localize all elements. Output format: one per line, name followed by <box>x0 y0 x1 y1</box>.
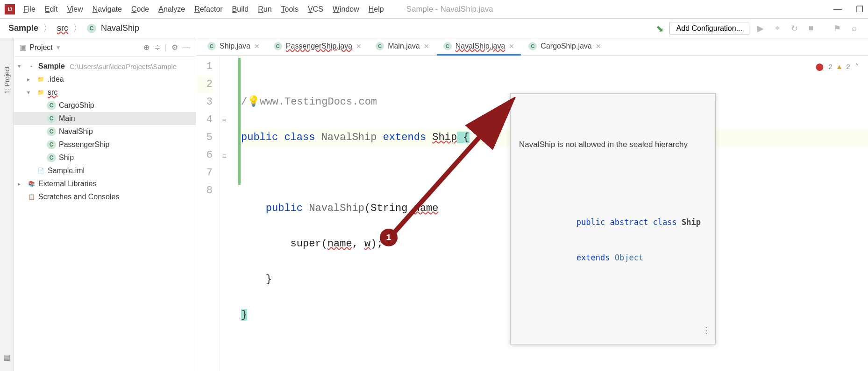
error-icon: ⬤ <box>816 59 824 77</box>
code-area[interactable]: /💡www.TestingDocs.com public class Naval… <box>238 56 868 371</box>
tree-class-ship[interactable]: CShip <box>14 151 196 164</box>
tab-ship[interactable]: CShip.java✕ <box>201 38 266 56</box>
window-title: Sample - NavalShip.java <box>406 5 493 14</box>
tab-passengership[interactable]: CPassengerShip.java✕ <box>267 38 368 56</box>
project-icon: ▣ <box>20 43 27 52</box>
flag-icon[interactable]: ⚑ <box>832 23 843 34</box>
tree-class-passengership[interactable]: CPassengerShip <box>14 138 196 151</box>
error-tooltip: NavalShip is not allowed in the sealed h… <box>510 93 716 344</box>
close-icon[interactable]: ✕ <box>254 42 260 50</box>
crumb-sep-icon: 〉 <box>73 22 82 35</box>
breadcrumb: Sample 〉 src 〉 C NavalShip <box>8 22 139 35</box>
chevron-down-icon: ▾ <box>27 89 34 96</box>
rail-project-label[interactable]: 1: Project <box>3 66 11 94</box>
class-icon: C <box>47 127 56 136</box>
build-icon[interactable]: ⬊ <box>656 23 664 34</box>
chevron-up-icon[interactable]: ˄ <box>855 59 859 77</box>
more-icon[interactable]: ⋮ <box>702 322 711 339</box>
coverage-icon[interactable]: ↻ <box>789 23 800 34</box>
line-gutter: 1 2 3 4 5 6 7 8 <box>196 56 220 371</box>
callout-number: 1 <box>380 229 398 246</box>
class-icon: C <box>274 42 282 50</box>
run-toolbar: ⬊ Add Configuration... ▶ ⌖ ↻ ■ ⚑ ⌕ <box>656 22 860 35</box>
class-icon: C <box>47 101 56 110</box>
menu-edit[interactable]: Edit <box>45 5 58 14</box>
menu-run[interactable]: Run <box>258 5 271 14</box>
tab-cargoship[interactable]: CCargoShip.java✕ <box>522 38 607 56</box>
menu-build[interactable]: Build <box>232 5 249 14</box>
expand-icon[interactable]: ≑ <box>154 43 160 52</box>
navigation-bar: Sample 〉 src 〉 C NavalShip ⬊ Add Configu… <box>0 19 868 38</box>
close-icon[interactable]: ✕ <box>424 42 429 50</box>
debug-icon[interactable]: ⌖ <box>772 23 783 33</box>
close-icon[interactable]: ✕ <box>509 42 514 50</box>
crumb-src[interactable]: src <box>57 23 68 33</box>
menu-window[interactable]: Window <box>333 5 359 14</box>
search-icon[interactable]: ⌕ <box>848 23 860 33</box>
class-icon: C <box>443 42 452 50</box>
class-icon: C <box>207 42 216 50</box>
problems-widget[interactable]: ⬤2 ▲2 ˄ <box>816 59 859 77</box>
crumb-file[interactable]: NavalShip <box>101 23 139 33</box>
minimize-icon[interactable]: — <box>833 4 842 14</box>
menu-refactor[interactable]: Refactor <box>194 5 222 14</box>
menu-view[interactable]: View <box>67 5 83 14</box>
tab-navalship[interactable]: CNavalShip.java✕ <box>437 38 521 56</box>
main-menu: File Edit View Navigate Code Analyze Ref… <box>23 5 384 14</box>
close-icon[interactable]: ✕ <box>596 42 601 50</box>
project-panel-header: ▣ Project ▼ ⊕ ≑ | ⚙ — <box>14 38 196 57</box>
class-icon: C <box>87 24 96 33</box>
tree-class-navalship[interactable]: CNavalShip <box>14 125 196 138</box>
tree-idea-folder[interactable]: ▸ 📁 .idea <box>14 73 196 86</box>
fold-icon[interactable]: ⊟ <box>222 112 226 130</box>
editor: CShip.java✕ CPassengerShip.java✕ CMain.j… <box>196 38 868 371</box>
tree-root[interactable]: ▾ ▪ Sample C:\Users\suri\IdeaProjects\Sa… <box>14 60 196 73</box>
menu-help[interactable]: Help <box>369 5 384 14</box>
class-icon: C <box>528 42 537 50</box>
tree-class-main[interactable]: CMain <box>14 112 196 125</box>
folder-icon: 📁 <box>36 75 45 84</box>
file-icon: 📄 <box>36 167 45 175</box>
gear-icon[interactable]: ⚙ <box>171 43 178 52</box>
tree-src-folder[interactable]: ▾ 📁 src <box>14 86 196 99</box>
tooltip-message: NavalShip is not allowed in the sealed h… <box>519 136 707 154</box>
fold-icon[interactable]: ⊟ <box>222 147 226 165</box>
structure-icon[interactable]: ▤ <box>3 353 10 362</box>
menu-navigate[interactable]: Navigate <box>92 5 122 14</box>
chevron-down-icon: ▾ <box>18 63 24 70</box>
menu-analyze[interactable]: Analyze <box>158 5 185 14</box>
project-tree: ▾ ▪ Sample C:\Users\suri\IdeaProjects\Sa… <box>14 57 196 206</box>
editor-body[interactable]: 1 2 3 4 5 6 7 8 ⊟ ⊟ /💡www.TestingDocs.co… <box>196 56 868 371</box>
tree-scratches[interactable]: 📋 Scratches and Consoles <box>14 190 196 203</box>
src-folder-icon: 📁 <box>36 88 45 97</box>
libraries-icon: 📚 <box>27 180 36 188</box>
title-bar: IJ File Edit View Navigate Code Analyze … <box>0 0 868 19</box>
tree-external-libs[interactable]: ▸ 📚 External Libraries <box>14 177 196 190</box>
scratch-icon: 📋 <box>27 193 36 201</box>
class-icon: C <box>47 114 56 123</box>
chevron-right-icon: ▸ <box>27 76 34 83</box>
bulb-icon[interactable]: 💡 <box>247 96 260 108</box>
project-panel: ▣ Project ▼ ⊕ ≑ | ⚙ — ▾ ▪ Sample C:\User… <box>14 38 196 371</box>
class-icon: C <box>376 42 384 50</box>
tree-iml-file[interactable]: 📄 Sample.iml <box>14 164 196 177</box>
menu-vcs[interactable]: VCS <box>308 5 323 14</box>
warning-icon: ▲ <box>837 59 841 77</box>
locate-icon[interactable]: ⊕ <box>143 43 149 52</box>
menu-tools[interactable]: Tools <box>281 5 299 14</box>
add-configuration-button[interactable]: Add Configuration... <box>669 22 749 35</box>
close-icon[interactable]: ✕ <box>356 42 362 50</box>
menu-file[interactable]: File <box>23 5 36 14</box>
module-icon: ▪ <box>27 62 36 70</box>
crumb-project[interactable]: Sample <box>8 23 38 33</box>
stop-icon[interactable]: ■ <box>805 23 817 33</box>
menu-code[interactable]: Code <box>131 5 149 14</box>
maximize-icon[interactable]: ❐ <box>856 4 863 14</box>
tab-main[interactable]: CMain.java✕ <box>369 38 435 56</box>
chevron-down-icon: ▼ <box>56 44 61 51</box>
project-view-selector[interactable]: ▣ Project ▼ <box>20 43 139 52</box>
class-icon: C <box>47 153 56 162</box>
hide-icon[interactable]: — <box>183 43 190 52</box>
run-icon[interactable]: ▶ <box>755 23 766 34</box>
tree-class-cargoship[interactable]: CCargoShip <box>14 99 196 112</box>
